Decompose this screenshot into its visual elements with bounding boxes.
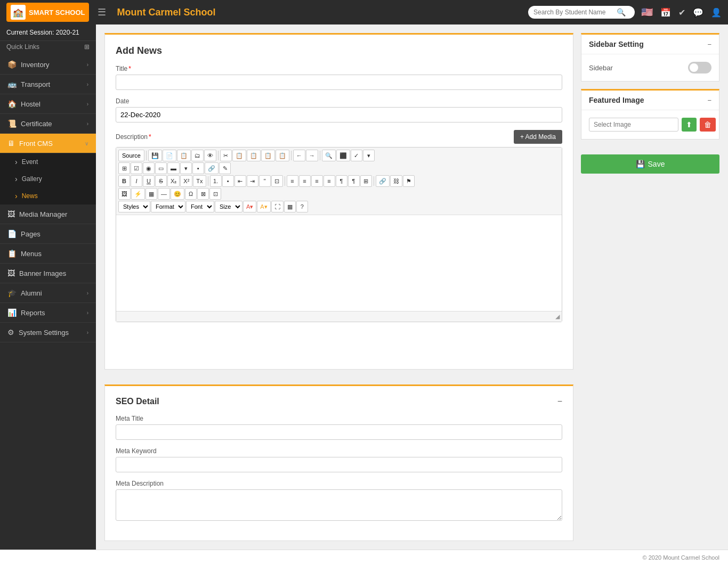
outdent-button[interactable]: ⇤ (234, 175, 246, 187)
preview-button[interactable]: 👁 (204, 150, 216, 161)
date-input[interactable] (116, 107, 562, 122)
radio-button[interactable]: ◉ (143, 162, 155, 174)
new-doc-button[interactable]: 📄 (163, 150, 176, 161)
find-button[interactable]: 🔍 (322, 150, 336, 161)
textfield-button[interactable]: ▭ (155, 162, 167, 174)
add-media-button[interactable]: + Add Media (514, 130, 562, 144)
hrule-button[interactable]: — (158, 188, 170, 200)
sidebar-toggle[interactable] (688, 62, 711, 73)
featured-image-collapse-button[interactable]: − (707, 96, 711, 104)
sidebar-item-inventory[interactable]: 📦 Inventory › (0, 55, 96, 75)
sidebar-item-pages[interactable]: 📄 Pages (0, 224, 96, 244)
delete-image-button[interactable]: 🗑 (700, 118, 716, 132)
search-input[interactable] (533, 9, 613, 16)
sidebar-sub-item-event[interactable]: › Event (0, 153, 96, 170)
size-select[interactable]: Size (215, 201, 242, 212)
undo-button[interactable]: ← (293, 150, 305, 161)
show-blocks-button[interactable]: ▦ (284, 201, 296, 212)
hyperlink-button[interactable]: 🔗 (376, 175, 390, 187)
bold-button[interactable]: B (118, 175, 130, 187)
calendar-icon[interactable]: 📅 (660, 7, 671, 18)
anchor-button[interactable]: ⚑ (403, 175, 415, 187)
sidebar-sub-item-news[interactable]: › News (0, 187, 96, 204)
remove-format-button[interactable]: Tx (193, 175, 206, 187)
sidebar-item-menus[interactable]: 📋 Menus (0, 244, 96, 264)
sidebar-item-front-cms[interactable]: 🖥 Front CMS ∨ (0, 134, 96, 153)
format-select[interactable]: Format (151, 201, 185, 212)
paste-button[interactable]: 📋 (247, 150, 261, 161)
ordered-list-button[interactable]: 1. (210, 175, 222, 187)
align-right-button[interactable]: ≡ (311, 175, 323, 187)
font-color-button[interactable]: A▾ (243, 201, 256, 212)
styles-select[interactable]: Styles (118, 201, 150, 212)
underline-button[interactable]: U (143, 175, 155, 187)
checkbox-button[interactable]: ☑ (131, 162, 142, 174)
paste-from-word-button[interactable]: 📋 (276, 150, 289, 161)
editor-resize-handle[interactable]: ◢ (555, 313, 560, 320)
strikethrough-button[interactable]: S (155, 175, 167, 187)
meta-keyword-input[interactable] (116, 457, 562, 472)
sidebar-item-transport[interactable]: 🚌 Transport › (0, 75, 96, 94)
source-button[interactable]: Source (118, 150, 144, 161)
italic-button[interactable]: I (131, 175, 142, 187)
image-button[interactable]: 🖼 (118, 188, 131, 200)
sidebar-item-certificate[interactable]: 📜 Certificate › (0, 114, 96, 134)
language-button[interactable]: ⊞ (360, 175, 372, 187)
select-all-button[interactable]: ⬛ (336, 150, 350, 161)
bidi-ltr-button[interactable]: ¶ (336, 175, 347, 187)
tasks-icon[interactable]: ✔ (678, 7, 685, 18)
bidi-rtl-button[interactable]: ¶ (348, 175, 360, 187)
blockquote-button[interactable]: " (259, 175, 271, 187)
flash-button[interactable]: ⚡ (131, 188, 145, 200)
iframe-button[interactable]: ⊡ (209, 188, 221, 200)
logo[interactable]: 🏫 SMART SCHOOL (6, 3, 89, 22)
sidebar-item-reports[interactable]: 📊 Reports › (0, 303, 96, 323)
smiley-button[interactable]: 😊 (171, 188, 184, 200)
textarea-button[interactable]: ▬ (167, 162, 180, 174)
save-doc-button[interactable]: 💾 (148, 150, 162, 161)
select-image-input[interactable] (589, 118, 678, 132)
sidebar-sub-item-gallery[interactable]: › Gallery (0, 170, 96, 187)
meta-title-input[interactable] (116, 424, 562, 440)
link-button[interactable]: 🔗 (205, 162, 219, 174)
table-button[interactable]: ⊞ (118, 162, 130, 174)
unlink2-button[interactable]: ⛓ (390, 175, 402, 187)
pagebreak-button[interactable]: ⊠ (197, 188, 209, 200)
sidebar-item-system-settings[interactable]: ⚙ System Settings › (0, 323, 96, 342)
justify-button[interactable]: ≡ (323, 175, 335, 187)
cut-button[interactable]: ✂ (220, 150, 232, 161)
unlink-button[interactable]: ✎ (219, 162, 231, 174)
hamburger-icon[interactable]: ☰ (98, 6, 106, 18)
font-select[interactable]: Font (186, 201, 214, 212)
save-button[interactable]: 💾 Save (581, 154, 719, 174)
title-input[interactable] (116, 75, 562, 90)
more-button[interactable]: ▾ (363, 150, 375, 161)
whatsapp-icon[interactable]: 💬 (693, 7, 703, 18)
maximize-button[interactable]: ⛶ (271, 201, 284, 212)
align-center-button[interactable]: ≡ (299, 175, 311, 187)
sidebar-item-media-manager[interactable]: 🖼 Media Manager (0, 204, 96, 224)
bg-color-button[interactable]: A▾ (257, 201, 270, 212)
subscript-button[interactable]: X₂ (167, 175, 180, 187)
unordered-list-button[interactable]: • (222, 175, 234, 187)
spellcheck-button[interactable]: ✓ (351, 150, 362, 161)
redo-button[interactable]: → (306, 150, 318, 161)
help-button[interactable]: ? (296, 201, 308, 212)
seo-collapse-button[interactable]: − (557, 397, 562, 406)
create-div-button[interactable]: ⊡ (271, 175, 283, 187)
superscript-button[interactable]: X² (180, 175, 192, 187)
sidebar-item-banner-images[interactable]: 🖼 Banner Images (0, 264, 96, 283)
button-button[interactable]: ▪ (192, 162, 204, 174)
meta-description-input[interactable] (116, 489, 562, 521)
special-char-button[interactable]: Ω (185, 188, 197, 200)
open-button[interactable]: 🗂 (191, 150, 204, 161)
sidebar-item-hostel[interactable]: 🏠 Hostel › (0, 94, 96, 114)
upload-image-button[interactable]: ⬆ (682, 118, 697, 132)
sidebar-setting-collapse-button[interactable]: − (707, 40, 711, 48)
user-icon[interactable]: 👤 (711, 7, 722, 18)
templates-button[interactable]: 📋 (177, 150, 191, 161)
copy-button[interactable]: 📋 (232, 150, 246, 161)
paste-text-button[interactable]: 📋 (261, 150, 275, 161)
align-left-button[interactable]: ≡ (287, 175, 298, 187)
table2-button[interactable]: ▦ (145, 188, 157, 200)
